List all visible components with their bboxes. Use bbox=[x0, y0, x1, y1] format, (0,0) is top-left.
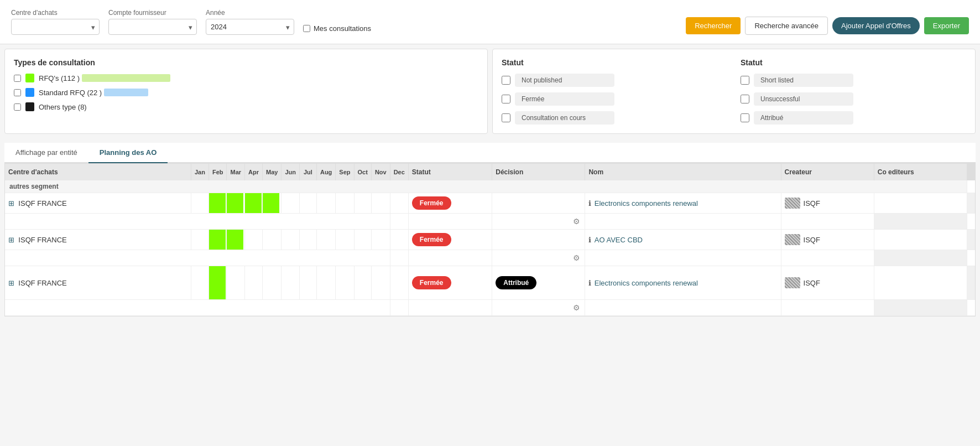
row1-decision bbox=[492, 193, 585, 214]
row1-feb bbox=[208, 193, 227, 214]
row2-nom: ℹ AO AVEC CBD bbox=[585, 230, 781, 250]
row2-info-icon: ℹ bbox=[588, 236, 591, 244]
row1-dec bbox=[390, 193, 408, 214]
rfq-item: RFQ's (112 ) bbox=[14, 74, 170, 82]
tabs: Affichage par entité Planning des AO bbox=[4, 143, 976, 163]
consultation-en-cours-checkbox[interactable] bbox=[502, 113, 510, 122]
centre-achats-label: Centre d'achats bbox=[11, 9, 100, 17]
unsuccessful-checkbox[interactable] bbox=[741, 95, 749, 103]
row1-jun bbox=[282, 193, 300, 214]
mes-consultations-group: Mes consultations bbox=[303, 24, 371, 35]
row3-aug bbox=[316, 266, 335, 300]
col-createur: Createur bbox=[781, 164, 874, 180]
row2-nov bbox=[371, 230, 390, 250]
row1-gear-decision bbox=[408, 214, 492, 230]
table-row: ⊞ ISQF FRANCE Fermée bbox=[5, 266, 975, 300]
row2-creator-avatar bbox=[785, 234, 800, 245]
row2-apr bbox=[245, 230, 263, 250]
standard-rfq-color bbox=[25, 88, 34, 97]
row1-gear-scroll bbox=[874, 214, 967, 230]
expand-icon-2[interactable]: ⊞ bbox=[8, 236, 14, 244]
mes-consultations-checkbox[interactable] bbox=[303, 25, 310, 32]
row1-sep bbox=[336, 193, 354, 214]
planning-table: Centre d'achats Jan Feb Mar Apr May Jun … bbox=[4, 163, 976, 317]
col-jan: Jan bbox=[191, 164, 208, 180]
col-jul: Jul bbox=[299, 164, 316, 180]
row3-nom-title[interactable]: Electronics components renewal bbox=[595, 279, 698, 287]
not-published-label: Not published bbox=[515, 74, 614, 87]
row1-nom-title[interactable]: Electronics components renewal bbox=[595, 199, 698, 208]
table-header-row: Centre d'achats Jan Feb Mar Apr May Jun … bbox=[5, 164, 975, 180]
compte-fournisseur-select[interactable] bbox=[108, 19, 197, 35]
others-type-label: Others type (8) bbox=[39, 103, 87, 111]
col-centre: Centre d'achats bbox=[5, 164, 191, 180]
row3-info-icon: ℹ bbox=[588, 279, 591, 287]
row2-gear-co bbox=[781, 250, 874, 266]
row1-gear-icon[interactable]: ⚙ bbox=[573, 217, 580, 226]
col-nov: Nov bbox=[371, 164, 390, 180]
col-may: May bbox=[262, 164, 281, 180]
tab-planning-ao[interactable]: Planning des AO bbox=[88, 143, 168, 163]
tab-affichage-entite[interactable]: Affichage par entité bbox=[4, 143, 88, 163]
row2-oct bbox=[354, 230, 371, 250]
col-jun: Jun bbox=[282, 164, 300, 180]
expand-icon-3[interactable]: ⊞ bbox=[8, 279, 14, 287]
row3-gear-decision bbox=[408, 300, 492, 316]
row2-gear-creator bbox=[585, 250, 781, 266]
row2-createur: ISQF bbox=[781, 230, 874, 250]
row3-gear-scroll bbox=[874, 300, 967, 316]
standard-rfq-label: Standard RFQ (22 ) bbox=[39, 89, 102, 97]
row3-apr bbox=[245, 266, 263, 300]
col-mar: Mar bbox=[227, 164, 245, 180]
row2-coediteurs bbox=[874, 230, 967, 250]
others-type-checkbox[interactable] bbox=[14, 103, 21, 111]
row3-centre: ⊞ ISQF FRANCE bbox=[5, 266, 191, 300]
col-aug: Aug bbox=[316, 164, 335, 180]
statut-panels: Statut Not published Fermée Consultation… bbox=[492, 49, 976, 134]
table-row-gear-3: ⚙ bbox=[5, 300, 975, 316]
row3-statut-badge: Fermée bbox=[412, 276, 451, 289]
annee-select[interactable]: 2024 2023 2025 bbox=[206, 19, 294, 35]
row2-gear-statut bbox=[390, 250, 408, 266]
row2-nom-title[interactable]: AO AVEC CBD bbox=[595, 236, 643, 244]
row2-dec bbox=[390, 230, 408, 250]
short-listed-checkbox[interactable] bbox=[741, 76, 749, 85]
row1-statut-badge: Fermée bbox=[412, 196, 451, 210]
row3-centre-name: ISQF FRANCE bbox=[18, 279, 66, 287]
segment-label: autres segment bbox=[5, 180, 967, 193]
statut1-title: Statut bbox=[502, 58, 727, 67]
row2-gear-icon[interactable]: ⚙ bbox=[573, 253, 580, 262]
fermee-checkbox[interactable] bbox=[502, 95, 510, 103]
rechercher-button[interactable]: Rechercher bbox=[686, 17, 741, 34]
row2-gear-scroll bbox=[874, 250, 967, 266]
row2-gear-nom: ⚙ bbox=[492, 250, 585, 266]
row3-gear-icon[interactable]: ⚙ bbox=[573, 303, 580, 312]
expand-icon-1[interactable]: ⊞ bbox=[8, 199, 14, 208]
not-published-checkbox[interactable] bbox=[502, 76, 510, 85]
row3-statut: Fermée bbox=[408, 266, 492, 300]
standard-rfq-bar bbox=[104, 89, 148, 96]
standard-rfq-checkbox[interactable] bbox=[14, 89, 21, 96]
ajouter-appel-offres-button[interactable]: Ajouter Appel d'Offres bbox=[832, 17, 920, 34]
exporter-button[interactable]: Exporter bbox=[924, 17, 969, 34]
centre-achats-group: Centre d'achats bbox=[11, 9, 100, 35]
mes-consultations-label: Mes consultations bbox=[314, 24, 371, 33]
row1-mar bbox=[227, 193, 245, 214]
attribue-checkbox[interactable] bbox=[741, 113, 749, 122]
row3-jul bbox=[299, 266, 316, 300]
row1-statut: Fermée bbox=[408, 193, 492, 214]
rfq-color bbox=[25, 74, 34, 82]
centre-achats-select[interactable] bbox=[11, 19, 100, 35]
row3-nov bbox=[371, 266, 390, 300]
recherche-avancee-button[interactable]: Recherche avancée bbox=[745, 17, 828, 35]
row2-scroll bbox=[967, 230, 975, 250]
table-row-gear-1: ⚙ bbox=[5, 214, 975, 230]
annee-label: Année bbox=[206, 9, 294, 17]
row1-gear-spacer bbox=[5, 214, 390, 230]
row3-may bbox=[262, 266, 281, 300]
statut1-panel: Statut Not published Fermée Consultation… bbox=[502, 58, 727, 125]
unsuccessful-label: Unsuccessful bbox=[754, 92, 853, 106]
rfq-checkbox[interactable] bbox=[14, 75, 21, 82]
row1-may bbox=[262, 193, 281, 214]
row3-gear-nom: ⚙ bbox=[492, 300, 585, 316]
